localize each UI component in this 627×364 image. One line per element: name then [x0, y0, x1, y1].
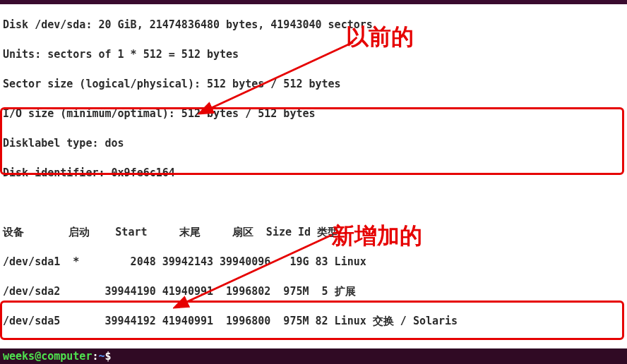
partition-row: /dev/sda1 * 2048 39942143 39940096 19G 8…: [3, 255, 624, 269]
disk-info-line: Disk identifier: 0x9fe6c164: [3, 166, 624, 181]
partition-row: /dev/sda2 39944190 41940991 1996802 975M…: [3, 284, 624, 299]
prompt-user: weeks@computer: [3, 349, 92, 364]
prompt-sep: :: [92, 349, 98, 364]
terminal-prompt[interactable]: weeks@computer:~$: [0, 348, 627, 364]
terminal-output: Disk /dev/sda: 20 GiB, 21474836480 bytes…: [0, 0, 627, 364]
disk-info-line: I/O size (minimum/optimal): 512 bytes / …: [3, 107, 624, 121]
disk-info-line: Sector size (logical/physical): 512 byte…: [3, 77, 624, 92]
disk-info-line: Units: sectors of 1 * 512 = 512 bytes: [3, 47, 624, 62]
partition-table-header: 设备 启动 Start 末尾 扇区 Size Id 类型: [3, 225, 624, 240]
blank-line: [3, 195, 624, 210]
prompt-symbol: $: [105, 349, 112, 364]
partition-row: /dev/sda5 39944192 41940991 1996800 975M…: [3, 314, 624, 329]
disk-header-sda: Disk /dev/sda: 20 GiB, 21474836480 bytes…: [3, 18, 624, 32]
prompt-path: ~: [98, 349, 104, 364]
disk-info-line: Disklabel type: dos: [3, 136, 624, 151]
